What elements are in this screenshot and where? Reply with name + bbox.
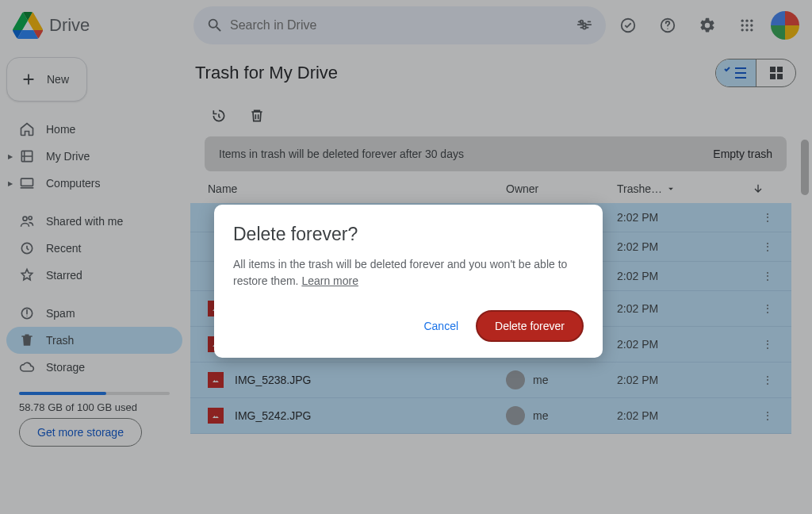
learn-more-link[interactable]: Learn more (301, 274, 358, 287)
cancel-button[interactable]: Cancel (414, 313, 468, 339)
dialog-body: All items in the trash will be deleted f… (233, 256, 584, 290)
delete-forever-dialog: Delete forever? All items in the trash w… (214, 205, 603, 358)
delete-forever-button[interactable]: Delete forever (476, 310, 584, 342)
dialog-title: Delete forever? (233, 224, 584, 245)
